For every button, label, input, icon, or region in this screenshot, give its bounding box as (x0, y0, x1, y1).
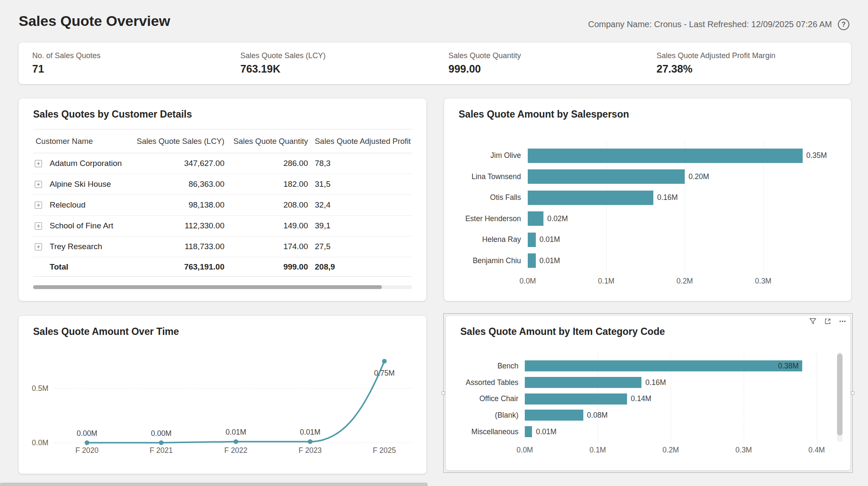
kpi-sales-quote-sales-lcy: Sales Quote Sales (LCY)763.19K (227, 51, 435, 75)
category-label: Otis Falls (459, 193, 521, 202)
data-label: 0.00M (77, 429, 98, 438)
table-total-row: Total763,191.00999.00208,9 (33, 257, 412, 277)
table-row[interactable]: +Relecloud98,138.00208.0032,4 (33, 195, 412, 216)
category-label: Lina Townsend (459, 172, 521, 181)
expand-icon[interactable]: + (35, 243, 42, 250)
expand-icon[interactable]: + (35, 222, 42, 230)
category-label: Ester Henderson (459, 214, 521, 223)
expand-icon[interactable]: + (35, 202, 42, 209)
over-time-chart-card: Sales Quote Amount Over Time 0.5M0.0M0.0… (19, 316, 426, 474)
category-label: Helena Ray (459, 235, 521, 244)
scrollbar-thumb[interactable] (33, 285, 382, 289)
data-label: 0.01M (226, 428, 246, 436)
data-point-f-2023[interactable] (308, 439, 313, 444)
x-axis-tick: 0.2M (663, 446, 679, 455)
customer-name: Relecloud (50, 200, 86, 210)
category-label: Miscellaneous (460, 427, 518, 436)
kpi-value: 71 (32, 63, 227, 75)
bar-value-label: 0.01M (536, 427, 557, 436)
bar-bench[interactable]: 0.38M (525, 360, 802, 371)
profit-value: 39,1 (308, 221, 412, 230)
data-point-f-2021[interactable] (159, 441, 164, 445)
total-profit: 208,9 (308, 262, 412, 272)
column-header: Sales Quote Quantity (224, 137, 308, 146)
table-row[interactable]: +Alpine Ski House86,363.00182.0031,5 (33, 174, 412, 195)
selection-handle-right[interactable] (851, 391, 854, 395)
expand-icon[interactable]: + (35, 181, 42, 188)
bar-jim-olive[interactable] (528, 149, 803, 163)
selected-visual-frame[interactable]: Sales Quote Amount by Item Category Code… (443, 313, 853, 473)
bar-helena-ray[interactable] (528, 233, 536, 247)
x-axis-tick: F 2025 (373, 446, 396, 455)
bar-value-label: 0.16M (657, 193, 678, 202)
category-label: Benjamin Chiu (459, 256, 521, 265)
customer-name: Alpine Ski House (50, 180, 111, 189)
data-label: 0.00M (151, 429, 172, 438)
bar-value-label: 0.14M (631, 394, 652, 403)
category-label: Office Chair (460, 394, 518, 403)
category-label: Bench (460, 362, 518, 371)
data-point-f-2020[interactable] (85, 441, 90, 445)
x-axis-tick: 0.0M (520, 277, 536, 286)
quantity-value: 286.00 (224, 159, 308, 168)
bar-row: Office Chair0.14M (460, 390, 837, 407)
bar-value-label: 0.16M (645, 378, 666, 387)
scrollbar-thumb[interactable] (837, 354, 843, 435)
kpi-value: 999.00 (448, 63, 643, 75)
selection-handle-left[interactable] (442, 391, 445, 395)
salesperson-chart-card: Sales Quote Amount by Salesperson Jim Ol… (444, 98, 851, 301)
page-title: Sales Quote Overview (19, 13, 170, 29)
table-header-row: Customer NameSales Quote Sales (LCY)Sale… (33, 129, 412, 153)
profit-value: 78,3 (308, 159, 412, 168)
chart-vertical-scrollbar[interactable] (837, 352, 843, 442)
visual-title: Sales Quote Amount by Salesperson (459, 109, 629, 120)
table-row[interactable]: +Trey Research118,733.00174.0027,5 (33, 236, 412, 257)
sales-value: 86,363.00 (135, 180, 224, 189)
bar-assorted-tables[interactable] (525, 377, 641, 388)
kpi-summary-card: No. of Sales Quotes71Sales Quote Sales (… (19, 42, 851, 84)
bar-value-label: 0.08M (587, 411, 608, 420)
table-row[interactable]: +School of Fine Art112,330.00149.0039,1 (33, 216, 412, 236)
bar-row: Jim Olive0.35M (459, 145, 838, 166)
kpi-no-of-sales-quotes: No. of Sales Quotes71 (19, 51, 227, 75)
focus-mode-icon[interactable] (824, 317, 832, 325)
bar-lina-townsend[interactable] (528, 169, 685, 184)
bar-plot-area: Bench0.38MAssorted Tables0.16MOffice Cha… (460, 358, 837, 440)
x-axis-tick: 0.1M (590, 446, 606, 455)
bar-row: Otis Falls0.16M (459, 187, 838, 208)
help-icon[interactable]: ? (838, 19, 849, 30)
sales-value: 98,138.00 (135, 200, 224, 210)
category-label: Assorted Tables (460, 378, 518, 387)
page-horizontal-scrollbar[interactable] (0, 483, 428, 486)
x-axis-tick: F 2023 (299, 446, 322, 455)
bar-benjamin-chiu[interactable] (528, 253, 536, 268)
customer-details-card: Sales Quotes by Customer Details Custome… (19, 98, 426, 301)
sales-value: 347,627.00 (135, 159, 224, 168)
bar-miscellaneous[interactable] (525, 426, 532, 437)
y-axis-tick: 0.0M (32, 438, 48, 447)
bar-ester-henderson[interactable] (528, 211, 543, 226)
more-options-icon[interactable] (839, 317, 846, 325)
sales-value: 112,330.00 (135, 221, 224, 230)
x-axis-tick: 0.2M (677, 277, 693, 286)
profit-value: 32,4 (308, 200, 412, 210)
bar-office-chair[interactable] (525, 393, 627, 405)
bar-row: Miscellaneous0.01M (460, 424, 837, 440)
bar-otis-falls[interactable] (528, 191, 653, 205)
visual-title: Sales Quote Amount by Item Category Code (460, 326, 665, 337)
category-label: Jim Olive (459, 151, 521, 160)
data-point-f-2022[interactable] (234, 439, 238, 444)
expand-icon[interactable]: + (35, 160, 42, 167)
x-axis-tick: 0.4M (809, 446, 825, 455)
bar-blank[interactable] (525, 410, 583, 421)
table-row[interactable]: +Adatum Corporation347,627.00286.0078,3 (33, 153, 412, 174)
bar-row: Benjamin Chiu0.01M (459, 250, 838, 272)
profit-value: 27,5 (308, 242, 412, 251)
table-horizontal-scrollbar[interactable] (33, 285, 412, 289)
column-header: Customer Name (33, 137, 135, 146)
customer-table-grid: Customer NameSales Quote Sales (LCY)Sale… (33, 129, 412, 277)
item-category-chart-card: Sales Quote Amount by Item Category Code… (446, 316, 850, 470)
data-point-f-2025[interactable] (382, 359, 387, 364)
kpi-value: 763.19K (241, 63, 435, 75)
filter-icon[interactable] (809, 317, 817, 325)
